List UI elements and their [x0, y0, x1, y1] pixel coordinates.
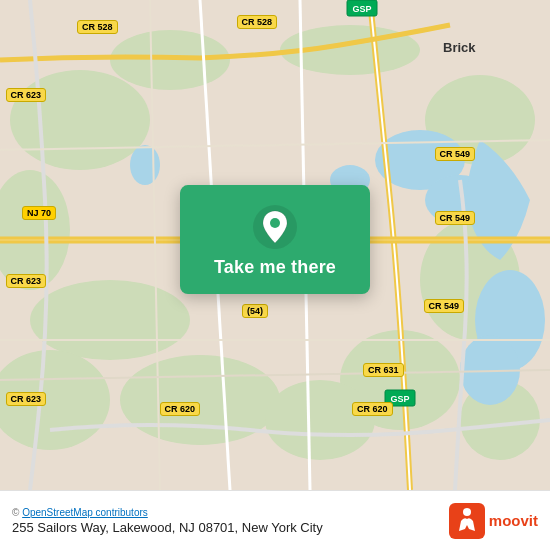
road-label-nj70: NJ 70: [22, 206, 56, 220]
svg-point-8: [265, 380, 375, 460]
road-label-cr623-1: CR 623: [6, 88, 47, 102]
svg-point-32: [270, 218, 280, 228]
location-card[interactable]: Take me there: [180, 185, 370, 294]
moovit-name: moovit: [489, 512, 538, 529]
address-section: © OpenStreetMap contributors 255 Sailors…: [12, 507, 323, 535]
location-pin-icon: [253, 205, 297, 249]
road-label-cr620-1: CR 620: [160, 402, 201, 416]
road-label-cr528-1: CR 528: [77, 20, 118, 34]
road-label-cr528-2: CR 528: [237, 15, 278, 29]
road-label-brick: Brick: [440, 39, 479, 56]
svg-text:GSP: GSP: [352, 4, 371, 14]
road-label-54: (54): [242, 304, 268, 318]
bottom-bar: © OpenStreetMap contributors 255 Sailors…: [0, 490, 550, 550]
road-label-cr623-3: CR 623: [6, 392, 47, 406]
road-label-cr620-2: CR 620: [352, 402, 393, 416]
take-me-there-button[interactable]: Take me there: [214, 257, 336, 278]
moovit-logo[interactable]: moovit: [449, 503, 538, 539]
road-label-cr623-2: CR 623: [6, 274, 47, 288]
svg-point-18: [130, 145, 160, 185]
road-label-cr549-3: CR 549: [424, 299, 465, 313]
osm-link[interactable]: OpenStreetMap contributors: [22, 507, 148, 518]
address-text: 255 Sailors Way, Lakewood, NJ 08701, New…: [12, 520, 323, 535]
road-label-cr631: CR 631: [363, 363, 404, 377]
road-label-cr549-2: CR 549: [435, 211, 476, 225]
moovit-icon: [449, 503, 485, 539]
svg-point-3: [30, 280, 190, 360]
osm-credit: © OpenStreetMap contributors: [12, 507, 323, 518]
osm-copyright-symbol: ©: [12, 507, 22, 518]
map-container: GSP GSP CR 528 CR 528 Brick CR 623 NJ 70…: [0, 0, 550, 490]
road-label-cr549-1: CR 549: [435, 147, 476, 161]
svg-point-1: [10, 70, 150, 170]
svg-point-34: [463, 508, 471, 516]
svg-text:GSP: GSP: [390, 394, 409, 404]
